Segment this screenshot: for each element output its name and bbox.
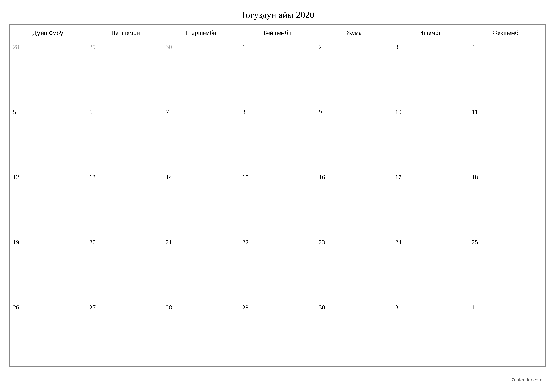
day-cell: 1	[469, 301, 545, 366]
day-cell: 28	[163, 301, 239, 366]
day-cell: 21	[163, 236, 239, 301]
day-cell: 28	[10, 41, 86, 106]
day-cell: 19	[10, 236, 86, 301]
day-number: 28	[166, 304, 172, 311]
calendar-title: Тогуздун айы 2020	[9, 9, 546, 20]
day-number: 16	[319, 174, 325, 181]
day-cell: 5	[10, 106, 86, 171]
day-cell: 8	[239, 106, 316, 171]
day-number: 20	[89, 239, 95, 246]
day-cell: 24	[392, 236, 469, 301]
day-number: 4	[472, 43, 475, 50]
weekday-header: Жекшемби	[469, 25, 545, 41]
day-cell: 16	[316, 171, 392, 236]
day-cell: 6	[86, 106, 163, 171]
day-cell: 4	[469, 41, 545, 106]
day-number: 18	[472, 174, 478, 181]
day-cell: 27	[86, 301, 163, 366]
week-row: 567891011	[10, 106, 545, 171]
day-cell: 12	[10, 171, 86, 236]
day-number: 27	[89, 304, 95, 311]
day-number: 2	[319, 43, 322, 50]
day-cell: 29	[239, 301, 316, 366]
weekday-header: Шейшемби	[86, 25, 163, 41]
day-cell: 18	[469, 171, 545, 236]
day-cell: 15	[239, 171, 316, 236]
weekday-header: Бейшемби	[239, 25, 316, 41]
day-cell: 7	[163, 106, 239, 171]
day-number: 30	[319, 304, 325, 311]
day-cell: 17	[392, 171, 469, 236]
day-number: 5	[13, 108, 16, 115]
day-number: 15	[242, 174, 248, 181]
weekday-header: Дүйшөмбү	[10, 25, 86, 41]
week-row: 19202122232425	[10, 236, 545, 301]
day-number: 31	[395, 304, 402, 311]
day-number: 1	[472, 304, 475, 311]
day-cell: 11	[469, 106, 545, 171]
day-number: 28	[13, 43, 19, 50]
day-cell: 10	[392, 106, 469, 171]
day-number: 11	[472, 108, 478, 115]
day-number: 1	[242, 43, 245, 50]
day-number: 21	[166, 239, 172, 246]
calendar-grid: Дүйшөмбү Шейшемби Шаршемби Бейшемби Жума…	[9, 24, 546, 367]
day-cell: 13	[86, 171, 163, 236]
day-cell: 9	[316, 106, 392, 171]
day-cell: 26	[10, 301, 86, 366]
day-cell: 29	[86, 41, 163, 106]
day-number: 13	[89, 174, 95, 181]
footer-credit: 7calendar.com	[511, 377, 542, 383]
weekday-header: Жума	[316, 25, 392, 41]
day-cell: 23	[316, 236, 392, 301]
day-number: 6	[89, 108, 92, 115]
day-cell: 3	[392, 41, 469, 106]
day-number: 17	[395, 174, 402, 181]
weekday-header: Шаршемби	[163, 25, 239, 41]
weekday-header-row: Дүйшөмбү Шейшемби Шаршемби Бейшемби Жума…	[10, 25, 545, 41]
day-cell: 20	[86, 236, 163, 301]
day-cell: 31	[392, 301, 469, 366]
day-number: 9	[319, 108, 322, 115]
day-number: 12	[13, 174, 19, 181]
day-cell: 30	[316, 301, 392, 366]
day-number: 3	[395, 43, 398, 50]
day-cell: 2	[316, 41, 392, 106]
day-number: 19	[13, 239, 19, 246]
day-number: 7	[166, 108, 169, 115]
day-cell: 30	[163, 41, 239, 106]
day-number: 10	[395, 108, 402, 115]
day-number: 29	[242, 304, 248, 311]
day-number: 26	[13, 304, 19, 311]
calendar-page: Тогуздун айы 2020 Дүйшөмбү Шейшемби Шарш…	[0, 0, 555, 392]
week-row: 12131415161718	[10, 171, 545, 236]
day-number: 14	[166, 174, 172, 181]
day-cell: 1	[239, 41, 316, 106]
day-number: 23	[319, 239, 325, 246]
day-cell: 25	[469, 236, 545, 301]
day-number: 25	[472, 239, 478, 246]
week-row: 2829301234	[10, 41, 545, 106]
weekday-header: Ишемби	[392, 25, 469, 41]
day-number: 22	[242, 239, 248, 246]
day-number: 8	[242, 108, 245, 115]
week-row: 2627282930311	[10, 301, 545, 366]
day-number: 30	[166, 43, 172, 50]
day-number: 24	[395, 239, 402, 246]
day-cell: 14	[163, 171, 239, 236]
weeks-container: 2829301234567891011121314151617181920212…	[10, 41, 545, 366]
day-cell: 22	[239, 236, 316, 301]
day-number: 29	[89, 43, 95, 50]
